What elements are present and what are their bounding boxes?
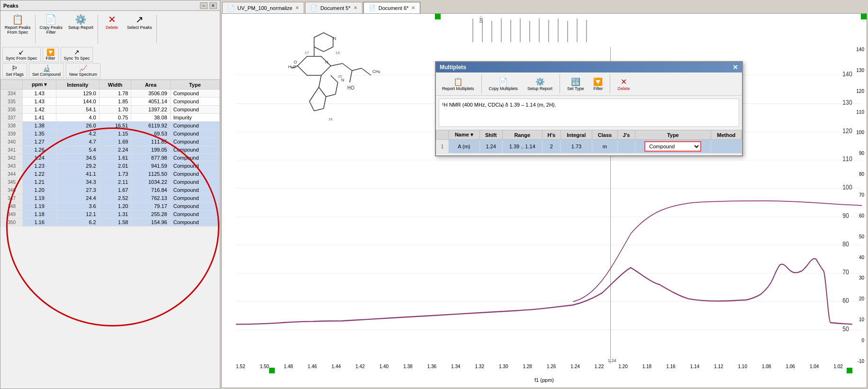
svg-text:90: 90: [842, 212, 849, 219]
row-width: 1.69: [99, 138, 131, 146]
row-num: 348: [1, 202, 23, 210]
row-type: Impurity: [170, 114, 219, 122]
x-axis-labels: 1.521.501.481.461.44 1.421.401.381.361.3…: [236, 364, 843, 373]
tab-doc6[interactable]: 📄 Document 6* ✕: [363, 2, 421, 13]
tab-close-uv[interactable]: ✕: [295, 5, 299, 10]
table-row[interactable]: 342 1.24 34.5 1.61 877.98 Compound: [1, 154, 220, 162]
new-spectrum-button[interactable]: 📈 New Spectrum: [66, 63, 100, 78]
report-mult-icon: 📋: [453, 77, 463, 86]
sync-to-spec-button[interactable]: ↗ Sync To Spec: [61, 47, 93, 62]
svg-text:HO: HO: [347, 85, 354, 90]
svg-line-27: [309, 101, 314, 111]
table-row[interactable]: 343 1.23 29.2 2.01 941.59 Compound: [1, 162, 220, 170]
setup-report-button[interactable]: ⚙️ Setup Report: [66, 13, 96, 32]
row-width: 1.31: [99, 210, 131, 218]
report-multiplets-button[interactable]: 📋 Report Multiplets: [439, 76, 478, 92]
close-button[interactable]: ✕: [209, 2, 217, 9]
row-intensity: 26.0: [56, 122, 99, 130]
row-ppm: 1.16: [23, 218, 56, 226]
set-type-button[interactable]: 🔣 Set Type: [564, 76, 587, 92]
table-row[interactable]: 334 1.43 129.0 1.78 3506.09 Compound: [1, 90, 220, 98]
mrow-integral: 1.73: [561, 140, 592, 154]
svg-text:130: 130: [842, 99, 852, 106]
row-width: 1.67: [99, 186, 131, 194]
row-intensity: 4.2: [56, 130, 99, 138]
mcol-class[interactable]: Class: [592, 130, 617, 140]
table-row[interactable]: 341 1.26 5.4 2.24 199.05 Compound: [1, 146, 220, 154]
table-row[interactable]: 338 1.38 26.0 16.51 6119.92 Compound: [1, 122, 220, 130]
mcol-js[interactable]: J's: [617, 130, 635, 140]
row-num: 336: [1, 106, 23, 114]
filter-button[interactable]: 🔽 Filter: [43, 47, 59, 62]
peaks-titlebar: Peaks ─ ✕: [0, 0, 220, 11]
nmr-text: ¹H NMR (400 MHz, CDCl₃) δ 1.39 – 1.14 (m…: [439, 99, 739, 127]
mcol-integral[interactable]: Integral: [561, 130, 592, 140]
col-intensity[interactable]: Intensity: [56, 80, 99, 90]
table-row[interactable]: 335 1.43 144.0 1.85 4051.14 Compound: [1, 98, 220, 106]
copy-multiplets-button[interactable]: 📄 Copy Multiplets: [486, 76, 522, 92]
svg-line-21: [326, 94, 335, 97]
table-row[interactable]: 347 1.19 24.4 2.52 762.13 Compound: [1, 194, 220, 202]
svg-text:17: 17: [305, 51, 309, 55]
setup-report-mult-button[interactable]: ⚙️ Setup Report: [524, 76, 556, 92]
mrow-js: [617, 140, 635, 154]
delete-mult-button[interactable]: ✕ Delete: [614, 76, 633, 92]
minimize-button[interactable]: ─: [200, 2, 208, 9]
row-width: 1.73: [99, 170, 131, 178]
row-area: 38.08: [131, 114, 170, 122]
row-type: Compound: [170, 122, 219, 130]
table-row[interactable]: 344 1.22 41.1 1.73 1125.50 Compound: [1, 170, 220, 178]
col-width[interactable]: Width: [99, 80, 131, 90]
multiplets-panel: Multiplets ✕ 📋 Report Multiplets 📄 Copy …: [435, 61, 743, 156]
table-row[interactable]: 346 1.20 27.3 1.67 716.84 Compound: [1, 186, 220, 194]
sync-from-spec-button[interactable]: ↙ Sync From Spec: [2, 47, 41, 62]
set-flags-button[interactable]: 🏳 Set Flags: [2, 63, 27, 78]
select-peaks-button[interactable]: ↗ Select Peaks: [125, 13, 154, 32]
row-width: 1.58: [99, 218, 131, 226]
row-num: 346: [1, 186, 23, 194]
tab-close-doc5[interactable]: ✕: [353, 5, 357, 10]
tab-uv-pm[interactable]: 📄 UV_PM_100_normalize ✕: [222, 2, 304, 13]
mcol-shift[interactable]: Shift: [479, 130, 502, 140]
row-intensity: 129.0: [56, 90, 99, 98]
table-row[interactable]: 349 1.18 12.1 1.31 255.28 Compound: [1, 210, 220, 218]
report-peaks-button[interactable]: 📋 Report Peaks From Spec: [2, 13, 33, 36]
row-ppm: 1.19: [23, 202, 56, 210]
col-type[interactable]: Type: [170, 80, 219, 90]
multiplets-close-button[interactable]: ✕: [732, 63, 738, 71]
table-row[interactable]: 336 1.42 54.1 1.70 1397.22 Compound: [1, 106, 220, 114]
set-compound-button[interactable]: 🔬 Set Compound: [29, 63, 64, 78]
row-ppm: 1.20: [23, 186, 56, 194]
mcol-method[interactable]: Method: [711, 130, 741, 140]
row-num: 349: [1, 210, 23, 218]
tab-doc5[interactable]: 📄 Document 5* ✕: [305, 2, 362, 13]
col-ppm[interactable]: ppm ▾: [23, 80, 56, 90]
table-row[interactable]: 340 1.27 4.7 1.69 111.85 Compound: [1, 138, 220, 146]
col-area[interactable]: Area: [131, 80, 170, 90]
row-area: 69.53: [131, 130, 170, 138]
table-row[interactable]: 350 1.16 6.2 1.58 154.96 Compound: [1, 218, 220, 226]
row-ppm: 1.42: [23, 106, 56, 114]
tab-close-doc6[interactable]: ✕: [411, 5, 415, 10]
multiplet-row[interactable]: 1 A (m) 1.24 1.39 .. 1.14 2 1.73 m: [436, 140, 742, 154]
delete-button[interactable]: ✕ Delete: [100, 13, 124, 32]
row-area: 941.59: [131, 162, 170, 170]
mcol-range[interactable]: Range: [502, 130, 542, 140]
table-row[interactable]: 339 1.35 4.2 1.15 69.53 Compound: [1, 130, 220, 138]
svg-line-19: [319, 75, 321, 87]
row-width: 2.24: [99, 146, 131, 154]
mcol-name[interactable]: Name ▾: [449, 130, 479, 140]
type-dropdown[interactable]: Compound Impurity Solvent Reference: [644, 141, 701, 152]
mrow-range: 1.39 .. 1.14: [502, 140, 542, 154]
row-type: Compound: [170, 130, 219, 138]
table-row[interactable]: 345 1.21 34.3 2.11 1034.22 Compound: [1, 178, 220, 186]
mcol-type[interactable]: Type: [635, 130, 711, 140]
filter-mult-button[interactable]: 🔽 Filter: [590, 76, 606, 92]
row-area: 3506.09: [131, 90, 170, 98]
table-row[interactable]: 337 1.41 4.0 0.75 38.08 Impurity: [1, 114, 220, 122]
mcol-hs[interactable]: H's: [542, 130, 561, 140]
table-row[interactable]: 348 1.19 3.6 1.20 79.17 Compound: [1, 202, 220, 210]
mrow-num: 1: [436, 140, 449, 154]
copy-peaks-button[interactable]: 📄 Copy Peaks Filter: [37, 13, 65, 36]
svg-line-26: [314, 109, 324, 111]
